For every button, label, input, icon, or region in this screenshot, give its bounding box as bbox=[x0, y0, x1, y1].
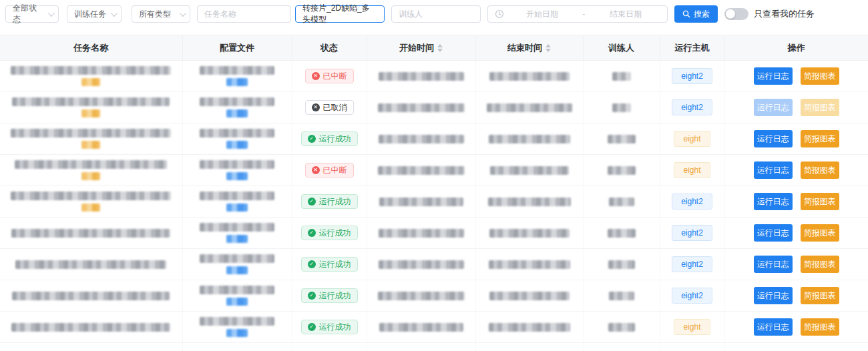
start-time-redacted bbox=[378, 103, 465, 112]
config-file-cell bbox=[182, 343, 292, 351]
status-cell: ✕已取消 bbox=[292, 92, 367, 123]
table-row: ✓运行成功eight2运行日志简报图表 bbox=[0, 218, 868, 249]
config-link-redacted[interactable] bbox=[226, 266, 248, 274]
run-log-button[interactable]: 运行日志 bbox=[754, 130, 793, 147]
col-start-time[interactable]: 开始时间 bbox=[367, 35, 475, 61]
run-log-button[interactable]: 运行日志 bbox=[754, 99, 793, 116]
config-file-redacted bbox=[200, 254, 274, 263]
actions-group: 运行日志简报图表 bbox=[725, 193, 868, 210]
trainer-input[interactable]: 训练人 bbox=[391, 5, 481, 23]
start-time-redacted bbox=[379, 135, 464, 143]
chevron-down-icon bbox=[48, 10, 55, 17]
run-log-button[interactable]: 运行日志 bbox=[754, 67, 793, 85]
check-circle-icon: ✓ bbox=[308, 292, 316, 300]
trainer-cell bbox=[583, 155, 660, 186]
task-name-search-input[interactable]: 转接片_2D缺陷_多头模型 bbox=[295, 5, 385, 23]
status-label: 运行成功 bbox=[319, 292, 351, 300]
report-chart-button[interactable]: 简报图表 bbox=[801, 318, 839, 336]
report-chart-button[interactable]: 简报图表 bbox=[801, 99, 839, 116]
table-row: ✕已中断eight2运行日志简报图表 bbox=[0, 61, 868, 92]
config-file-redacted bbox=[200, 192, 274, 200]
task-name-input[interactable]: 任务名称 bbox=[197, 5, 291, 23]
config-file-cell bbox=[182, 92, 292, 123]
report-chart-button[interactable]: 简报图表 bbox=[801, 256, 839, 273]
status-badge: ✓运行成功 bbox=[301, 226, 358, 240]
task-table: 任务名称 配置文件 状态 开始时间 结束时间 训练人 运行主机 操作 ✕已中断e… bbox=[0, 35, 868, 351]
end-time-cell bbox=[475, 123, 583, 155]
config-link-redacted[interactable] bbox=[226, 109, 248, 117]
report-chart-button[interactable]: 简报图表 bbox=[801, 224, 839, 242]
trainer-redacted bbox=[608, 260, 635, 269]
status-label: 已中断 bbox=[323, 166, 347, 174]
config-link-redacted[interactable] bbox=[226, 204, 248, 212]
actions-group: 运行日志简报图表 bbox=[725, 224, 868, 242]
run-log-button[interactable]: 运行日志 bbox=[754, 224, 793, 242]
task-name-cell bbox=[0, 218, 182, 249]
report-chart-button[interactable]: 简报图表 bbox=[801, 130, 839, 147]
trainer-cell bbox=[583, 186, 660, 218]
end-time-cell bbox=[475, 218, 583, 249]
config-link-redacted[interactable] bbox=[226, 329, 248, 337]
start-time-cell bbox=[367, 280, 475, 312]
task-name-redacted bbox=[15, 160, 167, 169]
my-tasks-label: 只查看我的任务 bbox=[754, 8, 815, 20]
status-select[interactable]: 全部状态 bbox=[5, 5, 59, 23]
start-time-redacted bbox=[378, 166, 465, 175]
config-file-cell bbox=[182, 61, 292, 92]
run-log-button[interactable]: 运行日志 bbox=[754, 318, 793, 336]
col-config-file: 配置文件 bbox=[182, 35, 292, 61]
actions-cell bbox=[724, 343, 868, 351]
run-log-button[interactable]: 运行日志 bbox=[754, 287, 793, 304]
report-chart-button[interactable]: 简报图表 bbox=[801, 67, 839, 85]
table-row: ✓运行成功eight2运行日志简报图表 bbox=[0, 186, 868, 218]
category-select[interactable]: 所有类型 bbox=[132, 5, 190, 23]
end-date-placeholder: 结束日期 bbox=[610, 9, 642, 20]
end-time-redacted bbox=[489, 260, 570, 269]
run-log-button[interactable]: 运行日志 bbox=[754, 161, 793, 179]
start-time-cell bbox=[367, 218, 475, 249]
run-log-button[interactable]: 运行日志 bbox=[754, 193, 793, 210]
start-time-cell bbox=[367, 61, 475, 92]
host-cell: eight bbox=[660, 155, 724, 186]
config-link-redacted[interactable] bbox=[226, 235, 248, 243]
toggle-knob bbox=[726, 9, 735, 19]
sort-icon[interactable] bbox=[437, 44, 443, 52]
host-badge: eight2 bbox=[672, 194, 712, 210]
my-tasks-toggle[interactable] bbox=[724, 8, 748, 20]
start-date-placeholder: 开始日期 bbox=[526, 9, 558, 20]
chevron-down-icon bbox=[111, 10, 118, 17]
run-log-button[interactable]: 运行日志 bbox=[754, 256, 793, 273]
sort-icon[interactable] bbox=[546, 44, 551, 52]
task-name-placeholder: 任务名称 bbox=[204, 9, 236, 20]
trainer-redacted bbox=[609, 292, 634, 300]
end-time-redacted bbox=[489, 292, 570, 300]
date-range-picker[interactable]: 开始日期 - 结束日期 bbox=[487, 5, 668, 23]
status-cell: ✓运行成功 bbox=[292, 280, 367, 312]
report-chart-button[interactable]: 简报图表 bbox=[801, 287, 839, 304]
check-circle-icon: ✓ bbox=[308, 323, 316, 331]
status-cell: ✕已中断 bbox=[292, 61, 367, 92]
search-button[interactable]: 搜索 bbox=[674, 5, 718, 23]
status-label: 运行成功 bbox=[319, 260, 351, 268]
actions-cell: 运行日志简报图表 bbox=[724, 312, 868, 343]
trainer-redacted bbox=[608, 166, 636, 175]
task-name-cell bbox=[0, 280, 182, 312]
status-badge: ✓运行成功 bbox=[301, 194, 358, 209]
config-link-redacted[interactable] bbox=[226, 141, 248, 149]
config-link-redacted[interactable] bbox=[226, 172, 248, 180]
config-file-redacted bbox=[200, 66, 274, 75]
config-link-redacted[interactable] bbox=[226, 78, 248, 86]
report-chart-button[interactable]: 简报图表 bbox=[801, 193, 839, 210]
task-type-select[interactable]: 训练任务 bbox=[67, 5, 122, 23]
actions-group: 运行日志简报图表 bbox=[725, 318, 868, 336]
check-circle-icon: ✓ bbox=[308, 260, 316, 268]
config-link-redacted[interactable] bbox=[226, 298, 248, 306]
actions-cell: 运行日志简报图表 bbox=[724, 123, 868, 155]
host-cell: eight2 bbox=[660, 218, 724, 249]
start-time-redacted bbox=[378, 292, 465, 300]
trainer-cell bbox=[583, 280, 660, 312]
table-row: ✕已取消eight2运行日志简报图表 bbox=[0, 92, 868, 123]
start-time-cell bbox=[367, 249, 475, 280]
col-end-time[interactable]: 结束时间 bbox=[475, 35, 583, 61]
report-chart-button[interactable]: 简报图表 bbox=[801, 161, 839, 179]
